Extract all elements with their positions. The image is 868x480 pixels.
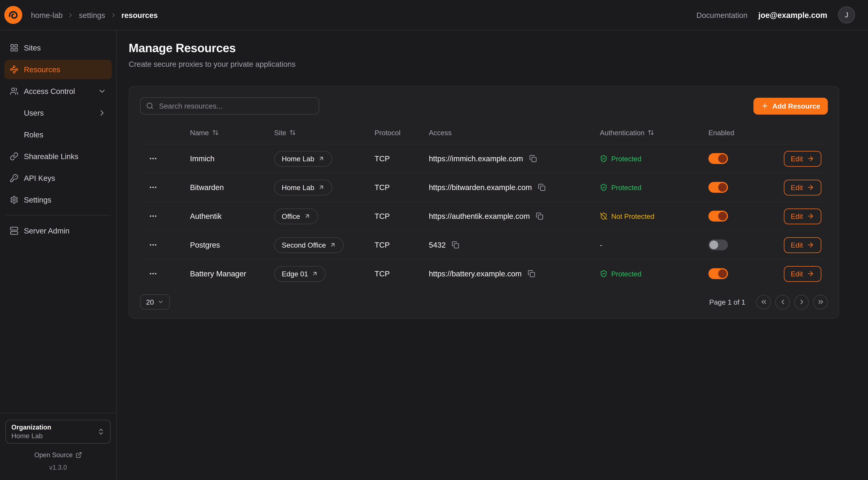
sidebar-item-users[interactable]: Users — [4, 103, 112, 123]
enabled-toggle[interactable] — [708, 239, 728, 250]
sidebar-item-server-admin[interactable]: Server Admin — [4, 221, 112, 241]
table-row: Authentik Office TCP https://authentik.e… — [140, 202, 828, 230]
access-url: https://bitwarden.example.com — [429, 183, 532, 192]
sidebar-item-api-keys[interactable]: API Keys — [4, 168, 112, 188]
copy-icon — [452, 241, 459, 249]
protocol: TCP — [368, 241, 422, 249]
row-menu-button[interactable] — [147, 267, 160, 280]
resource-name: Battery Manager — [184, 269, 268, 278]
access-url: https://battery.example.com — [429, 269, 522, 278]
site-link[interactable]: Home Lab — [274, 180, 332, 195]
organization-label: Organization — [11, 423, 51, 431]
next-page-button[interactable] — [794, 295, 809, 309]
sidebar-item-sites[interactable]: Sites — [4, 38, 112, 58]
protocol: TCP — [368, 269, 422, 278]
sidebar-item-access-control[interactable]: Access Control — [4, 82, 112, 101]
sidebar-item-label: Settings — [24, 196, 52, 204]
header-access: Access — [422, 128, 593, 137]
site-link[interactable]: Home Lab — [274, 151, 332, 167]
breadcrumb-settings[interactable]: settings — [79, 11, 105, 19]
avatar[interactable]: J — [838, 6, 855, 23]
link-icon — [10, 152, 19, 161]
last-page-button[interactable] — [813, 295, 828, 309]
search-input[interactable] — [158, 101, 313, 111]
arrow-up-right-icon — [304, 213, 310, 219]
search-box — [140, 97, 319, 115]
auth-status: Not Protected — [600, 212, 654, 220]
sidebar-item-label: Server Admin — [24, 227, 69, 235]
chevrons-left-icon — [760, 298, 767, 306]
chevron-down-icon — [98, 87, 106, 96]
edit-button[interactable]: Edit — [784, 180, 821, 195]
auth-status: Protected — [600, 183, 642, 191]
chevron-right-icon — [798, 298, 805, 306]
app-logo-icon[interactable] — [4, 6, 22, 24]
copy-button[interactable] — [535, 211, 545, 221]
add-resource-button[interactable]: Add Resource — [753, 97, 828, 114]
sidebar-item-resources[interactable]: Resources — [4, 60, 112, 79]
documentation-link[interactable]: Documentation — [696, 11, 748, 19]
sidebar-divider — [5, 215, 111, 216]
chevrons-right-icon — [817, 298, 825, 306]
shield-check-icon — [600, 155, 608, 162]
first-page-button[interactable] — [756, 295, 771, 309]
shield-off-icon — [600, 212, 608, 220]
page-subtitle: Create secure proxies to your private ap… — [129, 60, 839, 68]
copy-button[interactable] — [528, 154, 538, 163]
site-link[interactable]: Edge 01 — [274, 266, 326, 281]
user-email[interactable]: joe@example.com — [758, 11, 827, 19]
arrow-up-right-icon — [312, 270, 318, 277]
edit-button[interactable]: Edit — [784, 208, 821, 224]
server-icon — [10, 227, 19, 235]
header-name[interactable]: Name — [184, 128, 268, 137]
header-site[interactable]: Site — [268, 128, 368, 137]
resources-card: Add Resource Name Site Protocol — [129, 86, 839, 319]
organization-selector[interactable]: Organization Home Lab — [5, 420, 111, 444]
sidebar-item-label: Access Control — [24, 87, 75, 96]
toggle-knob — [718, 183, 727, 192]
resource-name: Authentik — [184, 212, 268, 220]
edit-button[interactable]: Edit — [784, 266, 821, 281]
search-icon — [146, 102, 154, 110]
sidebar-item-label: Shareable Links — [24, 152, 79, 161]
sidebar-item-label: Sites — [24, 43, 41, 52]
protocol: TCP — [368, 154, 422, 163]
sidebar-item-shareable-links[interactable]: Shareable Links — [4, 147, 112, 166]
site-link[interactable]: Office — [274, 208, 318, 224]
site-link[interactable]: Second Office — [274, 237, 344, 253]
previous-page-button[interactable] — [775, 295, 790, 309]
enabled-toggle[interactable] — [708, 153, 728, 164]
arrow-up-right-icon — [318, 155, 324, 162]
row-menu-button[interactable] — [147, 238, 160, 251]
open-source-link[interactable]: Open Source — [5, 451, 111, 459]
sidebar-item-roles[interactable]: Roles — [4, 125, 112, 144]
enabled-toggle[interactable] — [708, 211, 728, 221]
chevron-left-icon — [779, 298, 786, 306]
toggle-knob — [710, 241, 718, 249]
row-menu-button[interactable] — [147, 181, 160, 194]
ellipsis-icon — [149, 212, 157, 220]
header-authentication[interactable]: Authentication — [593, 128, 702, 137]
main-content: Manage Resources Create secure proxies t… — [117, 30, 868, 480]
copy-button[interactable] — [527, 269, 536, 278]
row-menu-button[interactable] — [147, 210, 160, 222]
table-footer: 20 Page 1 of 1 — [140, 294, 828, 309]
edit-button[interactable]: Edit — [784, 237, 821, 253]
copy-button[interactable] — [537, 182, 547, 192]
breadcrumb-org[interactable]: home-lab — [31, 11, 63, 19]
waypoints-icon — [10, 65, 19, 74]
breadcrumb-current: resources — [121, 11, 158, 19]
ellipsis-icon — [149, 269, 157, 278]
enabled-toggle[interactable] — [708, 268, 728, 279]
page-size-select[interactable]: 20 — [140, 294, 170, 309]
copy-button[interactable] — [451, 240, 460, 250]
shield-check-icon — [600, 183, 608, 191]
users-icon — [10, 87, 19, 96]
sidebar-item-label: API Keys — [24, 174, 55, 182]
sidebar-item-settings[interactable]: Settings — [4, 190, 112, 210]
enabled-toggle[interactable] — [708, 182, 728, 193]
edit-button[interactable]: Edit — [784, 151, 821, 167]
copy-icon — [528, 270, 535, 277]
access-url: https://authentik.example.com — [429, 212, 530, 220]
row-menu-button[interactable] — [147, 152, 160, 165]
